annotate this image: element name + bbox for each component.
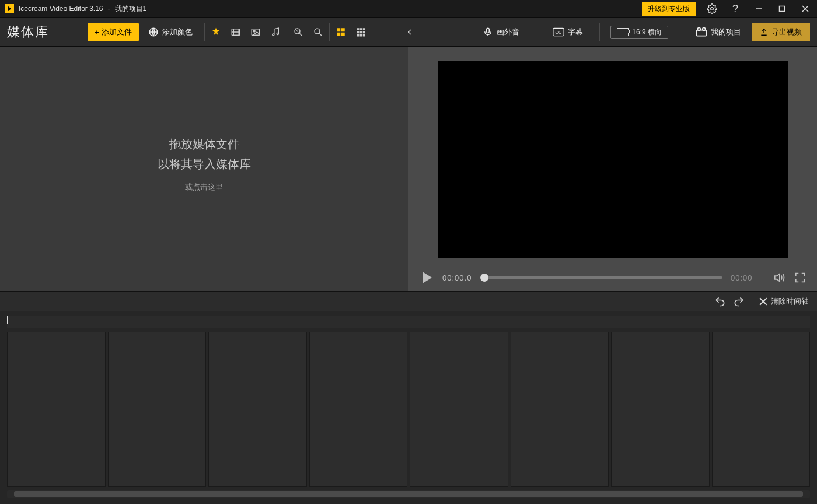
add-color-button[interactable]: 添加颜色 (142, 23, 198, 41)
svg-line-15 (299, 33, 302, 36)
plus-icon: + (95, 28, 99, 37)
toolbar-separator (536, 23, 536, 41)
voiceover-button[interactable]: 画外音 (477, 23, 525, 41)
window-close-button[interactable] (794, 0, 817, 18)
svg-marker-38 (775, 274, 780, 282)
preview-stage (408, 47, 817, 264)
svg-rect-20 (341, 28, 345, 32)
svg-text:CC: CC (556, 30, 562, 35)
toolbar-separator (329, 23, 330, 41)
svg-rect-35 (697, 30, 707, 36)
svg-rect-2 (780, 6, 785, 12)
close-icon (759, 298, 767, 306)
window-minimize-button[interactable] (747, 0, 770, 18)
help-button[interactable]: ? (724, 0, 747, 18)
window-maximize-button[interactable] (770, 0, 794, 18)
filter-video-icon[interactable] (231, 27, 241, 37)
title-separator: - (108, 5, 110, 13)
timeline-separator (752, 296, 752, 307)
svg-rect-27 (359, 32, 362, 34)
my-projects-label: 我的项目 (711, 27, 741, 37)
preview-video[interactable] (438, 61, 788, 258)
timeline-ruler[interactable] (7, 316, 810, 328)
undo-icon (714, 296, 726, 307)
timeline-clip-slot[interactable] (309, 332, 408, 487)
timeline-clip-slot[interactable] (7, 332, 106, 487)
clear-timeline-button[interactable]: 清除时间轴 (759, 296, 809, 307)
drop-hint-line3: 或点击这里 (0, 182, 408, 192)
app-title: Icecream Video Editor 3.16 (19, 5, 103, 13)
total-time: 00:00 (731, 274, 764, 282)
timeline-clip-slot[interactable] (511, 332, 609, 487)
drop-hint-line1: 拖放媒体文件 (0, 134, 408, 154)
collapse-panel-button[interactable] (404, 27, 415, 37)
svg-rect-28 (363, 32, 365, 34)
timeline-clip-slot[interactable] (208, 332, 307, 487)
play-button[interactable] (419, 270, 434, 285)
aspect-ratio-selector[interactable]: 16:9 横向 (610, 26, 668, 39)
upload-icon (760, 28, 768, 36)
svg-rect-24 (359, 28, 362, 30)
question-icon: ? (732, 3, 738, 15)
svg-line-18 (319, 33, 322, 36)
media-filter-icons (211, 27, 281, 37)
toolbar-separator (287, 23, 287, 41)
subtitle-button[interactable]: CC 字幕 (547, 23, 589, 41)
clear-timeline-label: 清除时间轴 (771, 296, 809, 307)
undo-button[interactable] (714, 296, 726, 307)
timeline-scrollbar[interactable] (7, 490, 810, 498)
svg-point-13 (277, 33, 278, 35)
svg-rect-19 (337, 28, 340, 32)
toolbar-separator (599, 23, 600, 41)
timeline-clip-slot[interactable] (611, 332, 710, 487)
current-time: 00:00.0 (442, 274, 476, 282)
upgrade-button[interactable]: 升级到专业版 (642, 2, 696, 16)
filter-image-icon[interactable] (250, 27, 261, 37)
add-file-button[interactable]: + 添加文件 (88, 23, 139, 41)
settings-button[interactable] (700, 0, 724, 18)
seek-slider[interactable] (484, 276, 722, 279)
search-icon[interactable] (313, 27, 323, 37)
timeline-clip-slot[interactable] (410, 332, 508, 487)
svg-point-12 (273, 34, 274, 36)
my-projects-button[interactable]: 我的项目 (690, 23, 747, 41)
volume-button[interactable] (773, 271, 785, 284)
timeline-track[interactable] (0, 328, 817, 488)
add-file-label: 添加文件 (102, 27, 132, 37)
seek-knob[interactable] (480, 274, 488, 282)
view-mode-icons (336, 27, 366, 37)
export-label: 导出视频 (771, 27, 802, 37)
scrollbar-thumb[interactable] (14, 491, 803, 497)
svg-rect-21 (337, 33, 340, 36)
svg-rect-26 (357, 32, 359, 34)
filter-audio-icon[interactable] (270, 27, 281, 37)
media-drop-zone[interactable]: 拖放媒体文件 以将其导入媒体库 或点击这里 (0, 134, 408, 192)
redo-button[interactable] (733, 296, 745, 307)
aspect-ratio-label: 16:9 横向 (632, 27, 662, 37)
media-library-panel[interactable]: 拖放媒体文件 以将其导入媒体库 或点击这里 (0, 47, 408, 291)
view-large-grid-icon[interactable] (336, 27, 346, 37)
view-small-grid-icon[interactable] (355, 27, 366, 37)
export-video-button[interactable]: 导出视频 (752, 23, 810, 41)
svg-rect-30 (359, 34, 362, 37)
toolbar-left: 媒体库 + 添加文件 添加颜色 (0, 18, 422, 46)
svg-rect-10 (252, 29, 260, 36)
search-icons (293, 27, 323, 37)
zoom-reset-icon[interactable] (293, 27, 303, 37)
svg-rect-22 (341, 33, 345, 36)
preview-controls: 00:00.0 00:00 (408, 264, 817, 291)
fullscreen-button[interactable] (794, 271, 806, 284)
app-icon (5, 4, 14, 13)
svg-rect-31 (363, 34, 365, 37)
subtitle-label: 字幕 (568, 27, 583, 37)
timeline-toolbar: 清除时间轴 (0, 291, 817, 312)
timeline-clip-slot[interactable] (108, 332, 207, 487)
project-name: 我的项目1 (115, 4, 147, 14)
timeline-clip-slot[interactable] (712, 332, 811, 487)
timeline-panel (0, 312, 817, 504)
media-library-title: 媒体库 (7, 23, 49, 41)
filter-all-icon[interactable] (211, 27, 221, 37)
work-area: 拖放媒体文件 以将其导入媒体库 或点击这里 00:00.0 00:00 (0, 47, 817, 291)
globe-icon (148, 27, 159, 37)
svg-rect-23 (357, 28, 359, 30)
